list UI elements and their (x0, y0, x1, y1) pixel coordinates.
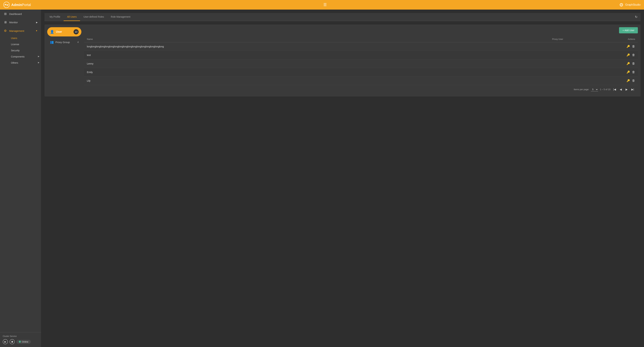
table-row: Lenny 🔑 🗑 (84, 59, 638, 68)
sidebar-item-label-monitor: Monitor (9, 21, 18, 24)
add-user-button[interactable]: + Add User (619, 27, 638, 33)
management-submenu: Users License Security Components ▶ Othe… (0, 35, 41, 66)
sidebar-item-components[interactable]: Components ▶ (9, 54, 41, 60)
pagination-first-button[interactable]: |◀ (612, 87, 617, 92)
proxy-group-item[interactable]: 👥 Proxy Group 4 (47, 38, 82, 46)
header-left: ☰ (323, 3, 327, 7)
delete-icon[interactable]: 🗑 (632, 79, 635, 83)
tab-all-users[interactable]: All Users (64, 13, 80, 21)
items-per-page-select[interactable]: 5 10 25 50 (591, 88, 598, 91)
sidebar-bottom: Cluster Service ▶ ⏹ Online (0, 332, 41, 347)
cell-name: longlonglonglonglonglonglonglonglonglong… (84, 42, 463, 51)
cell-actions: 🔑 🗑 (574, 42, 638, 51)
col-header-proxy-user: Proxy User (463, 36, 574, 42)
online-dot (19, 341, 21, 343)
key-icon[interactable]: 🔑 (626, 62, 630, 65)
key-icon[interactable]: 🔑 (626, 53, 630, 57)
cell-name: Lily (84, 77, 463, 85)
sidebar-item-license[interactable]: License (9, 41, 41, 47)
cell-proxy-user (463, 59, 574, 68)
top-header: AdminPortal ☰ ⚙ GraphStudio (0, 0, 644, 10)
header-right: ⚙ GraphStudio (619, 2, 640, 8)
dashboard-icon: ⊞ (4, 12, 7, 16)
proxy-group-count: 4 (77, 41, 79, 44)
table-row: longlonglonglonglonglonglonglonglonglong… (84, 42, 638, 51)
sidebar-item-dashboard[interactable]: ⊞ Dashboard (0, 10, 41, 18)
cluster-controls: ▶ ⏹ Online (3, 339, 38, 344)
cell-proxy-user (463, 77, 574, 85)
sidebar-item-label-management: Management (9, 30, 24, 32)
proxy-group-label: Proxy Group (56, 41, 70, 44)
hamburger-button[interactable]: ☰ (323, 3, 327, 7)
cell-actions: 🔑 🗑 (574, 59, 638, 68)
table-row: Emily 🔑 🗑 (84, 68, 638, 77)
delete-icon[interactable]: 🗑 (632, 45, 635, 48)
stop-button[interactable]: ⏹ (10, 339, 15, 344)
monitor-chevron-icon: ▶ (36, 21, 38, 24)
management-icon: ⚙ (4, 29, 7, 33)
table-row: test 🔑 🗑 (84, 51, 638, 59)
cell-name: Lenny (84, 59, 463, 68)
cell-proxy-user (463, 51, 574, 59)
cell-actions: 🔑 🗑 (574, 51, 638, 59)
cell-actions: 🔑 🗑 (574, 68, 638, 77)
online-status-badge: Online (16, 340, 31, 344)
table-header-row: Name Proxy User Actions (84, 36, 638, 42)
sidebar-item-management[interactable]: ⚙ Management ▼ (0, 27, 41, 35)
tab-user-defined-roles[interactable]: User-defined Roles (80, 13, 108, 21)
key-icon[interactable]: 🔑 (626, 45, 630, 48)
user-person-icon: 👤 (50, 30, 54, 34)
sidebar-item-security[interactable]: Security (9, 47, 41, 54)
cluster-label: Cluster Service (3, 335, 38, 337)
cell-proxy-user (463, 68, 574, 77)
main-layout: ⊞ Dashboard 🖥 Monitor ▶ ⚙ Management ▼ U… (0, 10, 644, 347)
tab-role-management[interactable]: Role Management (108, 13, 134, 21)
cell-actions: 🔑 🗑 (574, 77, 638, 85)
cell-name: test (84, 51, 463, 59)
user-type-list: 👤 User 10 👥 Proxy Group 4 (47, 27, 82, 94)
proxy-group-icon: 👥 (50, 40, 54, 44)
user-count-badge: 10 (74, 29, 79, 34)
pagination-next-button[interactable]: ▶ (624, 87, 628, 92)
sidebar-item-monitor[interactable]: 🖥 Monitor ▶ (0, 18, 41, 27)
cell-proxy-user (463, 42, 574, 51)
user-account-icon: ⚙ (619, 2, 624, 8)
monitor-icon: 🖥 (4, 21, 7, 24)
key-icon[interactable]: 🔑 (626, 79, 630, 82)
users-table-area: + Add User Name Proxy User Actions longl… (84, 27, 638, 94)
user-type-user[interactable]: 👤 User 10 (47, 27, 82, 37)
svg-point-2 (7, 4, 8, 5)
delete-icon[interactable]: 🗑 (632, 62, 635, 65)
cell-name: Emily (84, 68, 463, 77)
delete-icon[interactable]: 🗑 (632, 53, 635, 57)
users-table: Name Proxy User Actions longlonglonglong… (84, 36, 638, 85)
pagination-bar: Items per page: 5 10 25 50 1 – 5 of 10 |… (84, 85, 638, 94)
play-button[interactable]: ▶ (3, 339, 8, 344)
online-status-text: Online (22, 340, 28, 343)
sidebar-item-label-dashboard: Dashboard (9, 13, 22, 16)
pagination-last-button[interactable]: ▶| (630, 87, 635, 92)
col-header-name: Name (84, 36, 463, 42)
table-row: Lily 🔑 🗑 (84, 77, 638, 85)
sidebar: ⊞ Dashboard 🖥 Monitor ▶ ⚙ Management ▼ U… (0, 10, 41, 347)
delete-icon[interactable]: 🗑 (632, 70, 635, 74)
svg-point-1 (4, 4, 6, 5)
col-header-actions: Actions (574, 36, 638, 42)
user-label: User (56, 30, 62, 33)
refresh-button[interactable]: ↻ (634, 14, 639, 20)
pagination-range: 1 – 5 of 10 (600, 88, 610, 91)
sidebar-item-others[interactable]: Others ▶ (9, 60, 41, 66)
logo-area: AdminPortal (4, 2, 31, 8)
tabs-bar: My Profile All Users User-defined Roles … (44, 13, 640, 21)
app-name: AdminPortal (11, 3, 31, 7)
items-per-page-label: Items per page: (574, 88, 589, 91)
logo-icon (4, 2, 10, 8)
tab-my-profile[interactable]: My Profile (46, 13, 64, 21)
users-panel: 👤 User 10 👥 Proxy Group 4 + Add User Nam… (44, 25, 640, 97)
sidebar-item-users[interactable]: Users (9, 35, 41, 41)
content-area: My Profile All Users User-defined Roles … (41, 10, 644, 347)
key-icon[interactable]: 🔑 (626, 71, 630, 74)
pagination-prev-button[interactable]: ◀ (619, 87, 623, 92)
management-chevron-icon: ▼ (36, 30, 38, 32)
username-display: GraphStudio (625, 3, 640, 6)
